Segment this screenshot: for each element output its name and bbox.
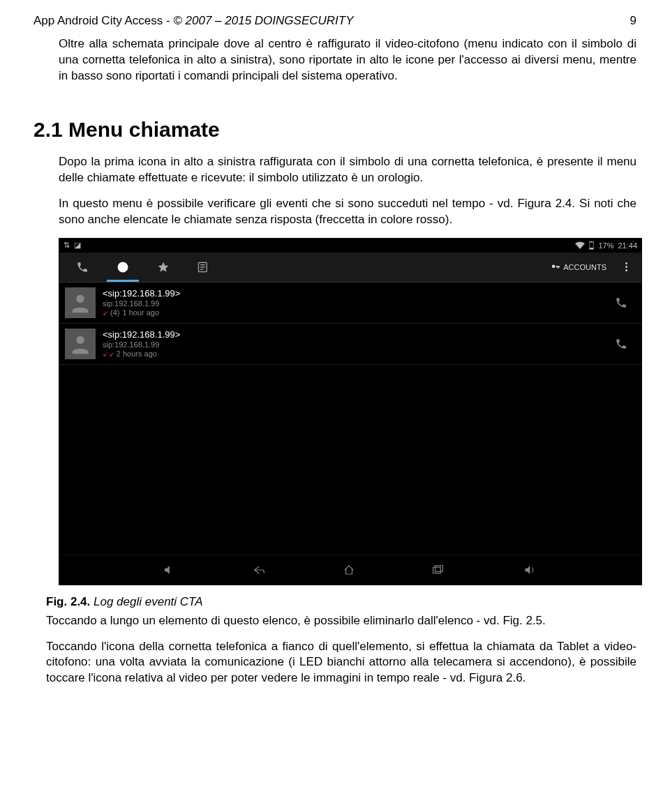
key-icon [551,262,560,272]
call-time: 2 hours ago [117,349,157,358]
call-subtitle: sip:192.168.1.99 [103,340,606,349]
list-item[interactable]: <sip:192.168.1.99> sip:192.168.1.99 ↙ (4… [59,283,641,324]
usb-icon: ⇅ [64,241,70,250]
page-header: App Android City Access - © 2007 – 2015 … [34,14,636,28]
battery-icon [589,241,594,250]
android-nav-bar [59,555,641,585]
status-time: 21:44 [618,241,637,250]
dial-button[interactable] [606,288,636,317]
call-time: 1 hour ago [122,308,159,317]
avatar [65,329,96,359]
header-title: App Android City Access - [34,14,173,27]
home-icon[interactable] [343,564,355,576]
paragraph-4: Toccando a lungo un elemento di questo e… [46,613,636,629]
svg-point-7 [76,294,84,302]
android-status-bar: ⇅ ◪ 17% 21:44 [59,239,641,253]
paragraph-5: Toccando l'icona della cornetta telefoni… [46,639,636,687]
svg-rect-1 [590,241,593,242]
accounts-label: ACCOUNTS [563,263,606,271]
paragraph-3: In questo menu è possibile verificare gl… [59,196,636,228]
page-number: 9 [630,14,636,28]
volume-up-icon[interactable] [523,564,538,576]
figure-caption: Fig. 2.4. Log degli eventi CTA [46,595,636,609]
caption-number: Fig. 2.4. [46,595,90,608]
svg-point-8 [76,336,84,343]
android-screenshot: ⇅ ◪ 17% 21:44 [59,238,642,585]
battery-percent: 17% [598,241,613,250]
svg-rect-10 [436,565,443,571]
back-icon[interactable] [252,564,266,576]
tab-contacts[interactable] [184,253,224,282]
recents-icon[interactable] [432,564,446,576]
section-heading: 2.1 Menu chiamate [34,118,636,142]
accounts-button[interactable]: ACCOUNTS [544,257,613,278]
overflow-menu-icon[interactable] [613,261,639,273]
dial-button[interactable] [606,329,636,359]
paragraph-intro: Oltre alla schemata principale dove al c… [59,36,636,84]
header-copyright: © 2007 – 2015 DOINGSECURITY [173,14,353,27]
list-item[interactable]: <sip:192.168.1.99> sip:192.168.1.99 ↙ ↙ … [59,324,641,365]
svg-rect-2 [590,248,593,249]
call-count: (4) [110,308,119,317]
wifi-icon [575,241,585,249]
missed-call-icon: ↙ ↙ [103,350,114,358]
tab-favorites[interactable] [143,253,184,282]
tab-dialer[interactable] [62,253,103,282]
missed-call-icon: ↙ [103,309,107,317]
avatar [65,287,96,318]
call-title: <sip:192.168.1.99> [103,288,606,299]
call-log-list: <sip:192.168.1.99> sip:192.168.1.99 ↙ (4… [59,283,641,556]
tab-recent[interactable] [103,253,143,282]
caption-text: Log degli eventi CTA [90,595,202,608]
notification-icon: ◪ [74,241,81,250]
svg-rect-9 [433,567,441,573]
volume-down-icon[interactable] [163,564,175,576]
app-tab-bar: ACCOUNTS [59,253,641,283]
paragraph-2: Dopo la prima icona in alto a sinistra r… [59,154,636,186]
call-title: <sip:192.168.1.99> [103,329,606,340]
call-subtitle: sip:192.168.1.99 [103,299,606,308]
figure-screenshot: ⇅ ◪ 17% 21:44 [59,238,636,585]
